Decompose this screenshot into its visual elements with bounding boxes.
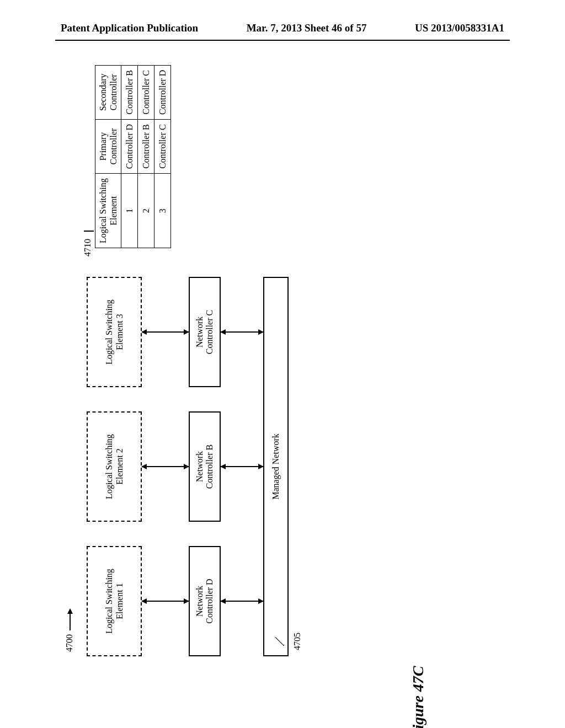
th-pri-l1: Primary (98, 132, 108, 161)
lse-3-line1: Logical Switching (104, 299, 114, 365)
table-row: 1 Controller D Controller B (121, 65, 138, 248)
lse-1-line2: Element 1 (115, 583, 124, 619)
header-divider (55, 40, 510, 41)
ctrl-3-line1: Network (195, 317, 204, 347)
connector-lse2-ctrl (142, 466, 189, 467)
table-row: 3 Controller C Controller D (154, 65, 171, 248)
cell-lse-3: 3 (154, 174, 171, 248)
lse-2-line1: Logical Switching (104, 434, 114, 499)
header-right: US 2013/0058331A1 (415, 22, 504, 34)
lse-box-3: Logical Switching Element 3 (87, 277, 142, 387)
table-header-row: Logical Switching Element Primary Contro… (95, 65, 121, 248)
controller-assignment-table: Logical Switching Element Primary Contro… (95, 65, 171, 248)
connector-lse1-ctrl (142, 601, 189, 602)
cell-pri-1: Controller D (121, 119, 138, 173)
lse-box-2: Logical Switching Element 2 (87, 411, 142, 522)
managed-network-label: Managed Network (271, 433, 281, 500)
managed-network-box: Managed Network (263, 277, 289, 656)
th-lse-l2: Element (109, 196, 118, 225)
cell-lse-2: 2 (138, 174, 154, 248)
ref-main: 4700 (65, 609, 74, 652)
th-lse: Logical Switching Element (95, 174, 121, 248)
controller-box-c: Network Controller C (189, 277, 221, 387)
lse-1-line1: Logical Switching (104, 569, 114, 634)
ctrl-2-line1: Network (195, 451, 204, 482)
arrow-icon (70, 609, 71, 630)
leader-line-table-icon (84, 231, 94, 232)
header-left: Patent Application Publication (61, 22, 198, 34)
ref-network: 4705 (292, 633, 302, 665)
ref-network-number: 4705 (292, 633, 302, 650)
th-sec-l2: Controller (109, 74, 118, 110)
cell-pri-2: Controller B (138, 119, 154, 173)
page-header: Patent Application Publication Mar. 7, 2… (0, 0, 565, 40)
ref-table-number: 4710 (83, 239, 93, 256)
connector-lse3-ctrl (142, 331, 189, 333)
th-lse-l1: Logical Switching (98, 178, 108, 243)
controller-row: Network Controller D Network Controller … (189, 277, 221, 656)
cell-sec-3: Controller D (154, 65, 171, 119)
cell-sec-2: Controller C (138, 65, 154, 119)
lse-box-1: Logical Switching Element 1 (87, 546, 142, 656)
cell-pri-3: Controller C (154, 119, 171, 173)
controller-box-b: Network Controller B (189, 411, 221, 522)
th-primary: Primary Controller (95, 119, 121, 173)
ctrl-2-line2: Controller B (205, 445, 214, 489)
th-sec-l1: Secondary (98, 73, 108, 111)
header-center: Mar. 7, 2013 Sheet 46 of 57 (247, 22, 367, 34)
ref-main-number: 4700 (65, 634, 74, 652)
lse-row: Logical Switching Element 1 Logical Swit… (87, 277, 142, 656)
lse-2-line2: Element 2 (115, 448, 124, 484)
th-secondary: Secondary Controller (95, 65, 121, 119)
connector-ctrl1-net (221, 601, 263, 602)
table-row: 2 Controller B Controller C (138, 65, 154, 248)
figure-label: Figure 47C (409, 666, 427, 728)
controller-box-d: Network Controller D (189, 546, 221, 656)
lse-3-line2: Element 3 (115, 314, 124, 350)
ctrl-1-line1: Network (195, 586, 204, 617)
diagram-canvas: 4700 Logical Switching Element 1 Logical… (56, 61, 509, 667)
cell-lse-1: 1 (121, 174, 138, 248)
cell-sec-1: Controller B (121, 65, 138, 119)
connector-ctrl2-net (221, 466, 263, 467)
connector-ctrl3-net (221, 331, 263, 333)
ctrl-1-line2: Controller D (205, 579, 214, 623)
ctrl-3-line2: Controller C (205, 310, 214, 354)
th-pri-l2: Controller (109, 129, 118, 165)
